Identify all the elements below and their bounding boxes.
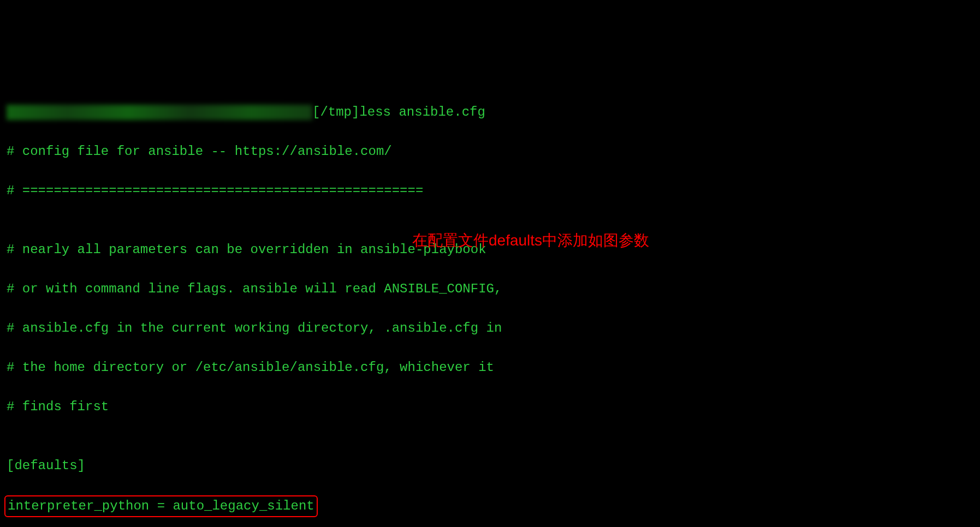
config-separator: # ======================================… bbox=[7, 181, 973, 201]
red-annotation-text: 在配置文件defaults中添加如图参数 bbox=[412, 229, 649, 252]
prompt-line: [/tmp]less ansible.cfg bbox=[7, 103, 973, 122]
terminal-output: [/tmp]less ansible.cfg # config file for… bbox=[7, 83, 973, 527]
config-comment-desc3: # ansible.cfg in the current working dir… bbox=[7, 319, 973, 338]
config-comment-desc4: # the home directory or /etc/ansible/ans… bbox=[7, 358, 973, 378]
config-comment-desc5: # finds first bbox=[7, 397, 973, 417]
command-text: [/tmp]less ansible.cfg bbox=[312, 105, 485, 119]
interpreter-python-setting: interpreter_python = auto_legacy_silent bbox=[4, 495, 318, 517]
highlighted-config-line: interpreter_python = auto_legacy_silent bbox=[7, 495, 973, 517]
redacted-prompt bbox=[7, 105, 312, 120]
config-comment-header: # config file for ansible -- https://ans… bbox=[7, 142, 973, 161]
defaults-section: [defaults] bbox=[7, 456, 973, 476]
config-comment-desc2: # or with command line flags. ansible wi… bbox=[7, 279, 973, 299]
